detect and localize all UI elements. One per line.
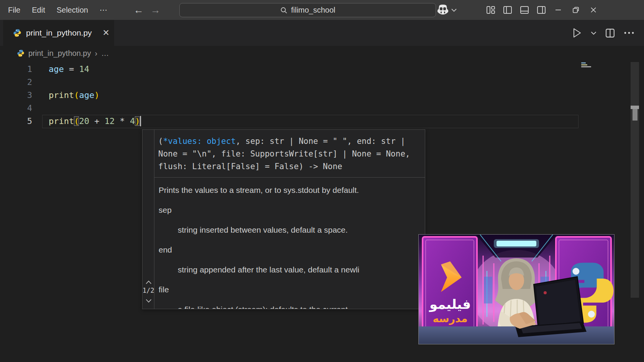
tooltip-body: (*values: object, sep: str | None = " ",…: [154, 130, 425, 309]
code-token: *: [115, 116, 130, 126]
scrollbar-thumb[interactable]: [631, 62, 639, 298]
history-forward-button[interactable]: →: [148, 0, 163, 20]
command-center-search[interactable]: filimo_school: [179, 3, 436, 17]
code-token: (: [74, 90, 79, 100]
window-controls: [549, 0, 602, 20]
customize-layout-icon[interactable]: [486, 5, 496, 15]
breadcrumb-file[interactable]: print_in_python.py: [28, 49, 91, 58]
code-token: ): [135, 116, 140, 126]
restore-button[interactable]: [567, 0, 585, 20]
text-cursor: [140, 116, 141, 126]
line-number: 1: [0, 63, 32, 76]
close-button[interactable]: [585, 0, 602, 20]
chevron-down-icon: [451, 8, 457, 12]
history-back-button[interactable]: ←: [131, 0, 146, 20]
tab-close-button[interactable]: ✕: [100, 27, 112, 39]
code-line-1[interactable]: 1age = 14: [0, 63, 32, 76]
tab-print-in-python[interactable]: print_in_python.py ✕: [3, 20, 114, 46]
signature-pager-label: 1/2: [143, 287, 154, 294]
toggle-panel-icon[interactable]: [519, 5, 529, 15]
layout-controls: [486, 0, 546, 20]
run-icon: [572, 28, 582, 38]
filimo-school-text: مدرسه: [426, 313, 475, 324]
python-file-icon: [17, 49, 25, 57]
code-line-5[interactable]: 5print(20 + 12 * 4): [0, 115, 32, 128]
signature-line: (*values: object, sep: str | None = " ",…: [158, 135, 422, 148]
overview-ruler-cursor-marker-stem: [633, 109, 637, 121]
search-icon: [280, 7, 288, 14]
parameter-hints-tooltip: 1/2 (*values: object, sep: str | None = …: [142, 129, 425, 309]
doc-paragraph: file: [159, 285, 423, 295]
code-token: (: [74, 116, 79, 126]
previous-signature-button[interactable]: [144, 279, 153, 286]
minimize-icon: [554, 6, 562, 14]
code-line-text: print(age): [49, 89, 99, 102]
menu-item-file[interactable]: File: [2, 4, 26, 16]
minimap[interactable]: [581, 62, 591, 68]
tab-label: print_in_python.py: [26, 28, 92, 38]
menu-item-selection[interactable]: Selection: [51, 4, 94, 16]
vscode-window: FileEditSelection⋯ ← → filimo_school: [0, 0, 644, 362]
chevron-up-icon: [146, 280, 152, 284]
breadcrumb: print_in_python.py › …: [0, 46, 644, 60]
signature-line: flush: Literal[False] = False) -> None: [158, 160, 422, 173]
minimap-line: [581, 66, 591, 67]
menu-item-more[interactable]: ⋯: [94, 4, 113, 16]
code-token: =: [64, 64, 79, 74]
minimize-button[interactable]: [549, 0, 567, 20]
breadcrumb-separator-icon: ›: [95, 49, 97, 58]
code-token: print: [49, 116, 74, 126]
signature-docs: Prints the values to a stream, or to sys…: [154, 178, 425, 309]
editor-actions: [570, 20, 636, 46]
code-line-3[interactable]: 3print(age): [0, 89, 32, 102]
doc-description: a file-like object (stream); defaults to…: [159, 305, 423, 309]
restore-icon: [572, 6, 580, 14]
code-area: 1age = 1423print(age)45print(20 + 12 * 4…: [0, 63, 32, 128]
minimap-line: [581, 64, 587, 65]
code-line-2[interactable]: 2: [0, 76, 32, 89]
menu-bar: FileEditSelection⋯: [2, 0, 113, 20]
code-token: age: [49, 64, 64, 74]
doc-paragraph: sep: [159, 205, 423, 215]
copilot-button[interactable]: [436, 0, 457, 20]
more-actions-button[interactable]: [623, 26, 636, 40]
line-number: 5: [0, 115, 32, 128]
run-options-dropdown[interactable]: [590, 26, 597, 40]
code-token: age: [79, 90, 94, 100]
chevron-down-icon: [146, 299, 152, 303]
doc-description: string inserted between values, default …: [159, 225, 423, 235]
code-token: +: [89, 116, 105, 126]
toggle-primary-sidebar-icon[interactable]: [503, 5, 513, 15]
split-editor-button[interactable]: [603, 26, 616, 40]
signature-segment: (: [158, 137, 163, 146]
split-editor-icon: [605, 28, 615, 38]
active-parameter: *values: object: [163, 137, 236, 146]
run-python-file-button[interactable]: [570, 26, 583, 40]
editor-pane[interactable]: 1age = 1423print(age)45print(20 + 12 * 4…: [0, 60, 644, 362]
line-number: 2: [0, 76, 32, 89]
line-number: 3: [0, 89, 32, 102]
breadcrumb-symbols[interactable]: …: [101, 49, 109, 58]
lecture-video-overlay[interactable]: فیلیمو مدرسه: [419, 235, 614, 344]
python-file-icon: [13, 29, 21, 37]
copilot-icon: [436, 4, 450, 16]
tab-bar: print_in_python.py ✕: [0, 20, 644, 46]
code-line-4[interactable]: 4: [0, 102, 32, 115]
toggle-secondary-sidebar-icon[interactable]: [536, 5, 546, 15]
title-bar: FileEditSelection⋯ ← → filimo_school: [0, 0, 644, 20]
search-query-text: filimo_school: [291, 6, 336, 15]
code-line-text: age = 14: [49, 63, 89, 76]
signature-segment: flush: Literal[False] = False) -> None: [158, 162, 342, 171]
close-icon: [590, 6, 597, 14]
line-number: 4: [0, 102, 32, 115]
menu-item-edit[interactable]: Edit: [26, 4, 51, 16]
code-token: 20: [79, 116, 89, 126]
code-token: ): [94, 90, 99, 100]
code-token: print: [49, 90, 74, 100]
next-signature-button[interactable]: [144, 297, 153, 304]
signature-pager: 1/2: [143, 130, 154, 309]
minimap-line: [581, 62, 586, 64]
video-frame: [419, 235, 614, 344]
signature-text: (*values: object, sep: str | None = " ",…: [154, 130, 425, 178]
code-token: 12: [105, 116, 115, 126]
